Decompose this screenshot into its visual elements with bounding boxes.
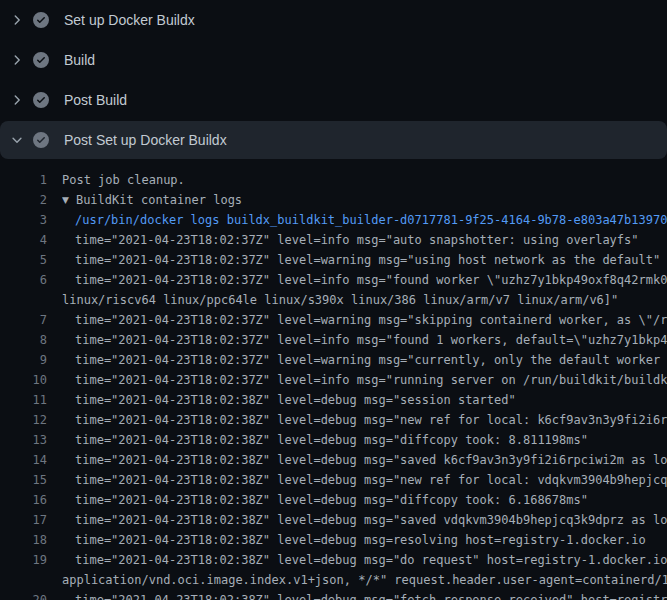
log-text: time="2021-04-23T18:02:37Z" level=warnin… (62, 310, 667, 330)
chevron-down-icon[interactable] (10, 133, 24, 147)
line-number[interactable]: 8 (0, 330, 47, 350)
log-text: Post job cleanup. (62, 170, 667, 190)
log-row: 10time="2021-04-23T18:02:37Z" level=info… (0, 370, 667, 390)
log-text: time="2021-04-23T18:02:38Z" level=debug … (62, 510, 667, 530)
log-text: time="2021-04-23T18:02:38Z" level=debug … (62, 430, 667, 450)
line-number[interactable]: 13 (0, 430, 47, 450)
log-row-wrap: application/vnd.oci.image.index.v1+json,… (0, 570, 667, 590)
step-list: Set up Docker Buildx Build Post Build Po… (0, 0, 667, 159)
log-row: 4time="2021-04-23T18:02:37Z" level=info … (0, 230, 667, 250)
log-row: 9time="2021-04-23T18:02:37Z" level=warni… (0, 350, 667, 370)
line-number[interactable]: 19 (0, 550, 47, 570)
line-number[interactable]: 1 (0, 170, 47, 190)
step-row-set-up-docker-buildx[interactable]: Set up Docker Buildx (0, 0, 667, 40)
log-row: 1Post job cleanup. (0, 170, 667, 190)
log-row: 5time="2021-04-23T18:02:37Z" level=warni… (0, 250, 667, 270)
log-row: 13time="2021-04-23T18:02:38Z" level=debu… (0, 430, 667, 450)
log-text: time="2021-04-23T18:02:38Z" level=debug … (62, 450, 667, 470)
log-text: time="2021-04-23T18:02:38Z" level=debug … (62, 410, 667, 430)
log-text: time="2021-04-23T18:02:37Z" level=warnin… (62, 350, 667, 370)
log-row: 7time="2021-04-23T18:02:37Z" level=warni… (0, 310, 667, 330)
log-row-wrap: linux/riscv64 linux/ppc64le linux/s390x … (0, 290, 667, 310)
check-circle-icon (33, 52, 49, 68)
log-row: 14time="2021-04-23T18:02:38Z" level=debu… (0, 450, 667, 470)
log-text: linux/riscv64 linux/ppc64le linux/s390x … (62, 290, 667, 310)
line-number[interactable]: 6 (0, 270, 47, 290)
log-text: time="2021-04-23T18:02:37Z" level=warnin… (62, 250, 667, 270)
chevron-right-icon[interactable] (10, 13, 24, 27)
log-text: time="2021-04-23T18:02:38Z" level=debug … (62, 550, 667, 570)
log-text: time="2021-04-23T18:02:38Z" level=debug … (62, 590, 667, 600)
step-label: Set up Docker Buildx (64, 12, 195, 28)
log-row: 11time="2021-04-23T18:02:38Z" level=debu… (0, 390, 667, 410)
line-number[interactable]: 4 (0, 230, 47, 250)
line-number[interactable]: 12 (0, 410, 47, 430)
log-row: 17time="2021-04-23T18:02:38Z" level=debu… (0, 510, 667, 530)
line-number[interactable]: 17 (0, 510, 47, 530)
log-text: time="2021-04-23T18:02:38Z" level=debug … (62, 530, 667, 550)
line-number[interactable]: 14 (0, 450, 47, 470)
log-text: time="2021-04-23T18:02:37Z" level=info m… (62, 370, 667, 390)
line-number[interactable]: 10 (0, 370, 47, 390)
log-row: 12time="2021-04-23T18:02:38Z" level=debu… (0, 410, 667, 430)
log-row: 20time="2021-04-23T18:02:38Z" level=debu… (0, 590, 667, 600)
log-row: 16time="2021-04-23T18:02:38Z" level=debu… (0, 490, 667, 510)
log-text: /usr/bin/docker logs buildx_buildkit_bui… (62, 210, 667, 230)
log-text: time="2021-04-23T18:02:38Z" level=debug … (62, 490, 667, 510)
line-number[interactable]: 20 (0, 590, 47, 600)
log-lines: 1Post job cleanup.2▼BuildKit container l… (0, 160, 667, 600)
line-number[interactable]: 7 (0, 310, 47, 330)
log-row: 2▼BuildKit container logs (0, 190, 667, 210)
step-row-build[interactable]: Build (0, 40, 667, 80)
check-circle-icon (33, 92, 49, 108)
log-text: time="2021-04-23T18:02:38Z" level=debug … (62, 470, 667, 490)
line-number[interactable]: 16 (0, 490, 47, 510)
log-row: 19time="2021-04-23T18:02:38Z" level=debu… (0, 550, 667, 570)
log-row: 6time="2021-04-23T18:02:37Z" level=info … (0, 270, 667, 290)
line-number[interactable]: 5 (0, 250, 47, 270)
chevron-right-icon[interactable] (10, 93, 24, 107)
step-row-post-build[interactable]: Post Build (0, 80, 667, 120)
group-expander-triangle-icon[interactable]: ▼ (62, 190, 69, 210)
log-text: time="2021-04-23T18:02:38Z" level=debug … (62, 390, 667, 410)
step-label: Build (64, 52, 95, 68)
log-group-toggle[interactable]: ▼BuildKit container logs (62, 190, 667, 210)
chevron-right-icon[interactable] (10, 53, 24, 67)
log-row: 18time="2021-04-23T18:02:38Z" level=debu… (0, 530, 667, 550)
line-number (0, 290, 47, 310)
line-number[interactable]: 11 (0, 390, 47, 410)
step-label: Post Build (64, 92, 127, 108)
check-circle-icon (33, 12, 49, 28)
log-text: time="2021-04-23T18:02:37Z" level=info m… (62, 230, 667, 250)
check-circle-icon (33, 132, 49, 148)
line-number[interactable]: 18 (0, 530, 47, 550)
log-text: application/vnd.oci.image.index.v1+json,… (62, 570, 667, 590)
log-text: time="2021-04-23T18:02:37Z" level=info m… (62, 330, 667, 350)
log-row: 15time="2021-04-23T18:02:38Z" level=debu… (0, 470, 667, 490)
log-row: 3/usr/bin/docker logs buildx_buildkit_bu… (0, 210, 667, 230)
log-row: 8time="2021-04-23T18:02:37Z" level=info … (0, 330, 667, 350)
line-number (0, 570, 47, 590)
step-row-post-set-up-docker-buildx[interactable]: Post Set up Docker Buildx (0, 121, 667, 159)
line-number[interactable]: 3 (0, 210, 47, 230)
line-number[interactable]: 9 (0, 350, 47, 370)
line-number[interactable]: 15 (0, 470, 47, 490)
step-label: Post Set up Docker Buildx (64, 132, 227, 148)
log-text: time="2021-04-23T18:02:37Z" level=info m… (62, 270, 667, 290)
line-number[interactable]: 2 (0, 190, 47, 210)
